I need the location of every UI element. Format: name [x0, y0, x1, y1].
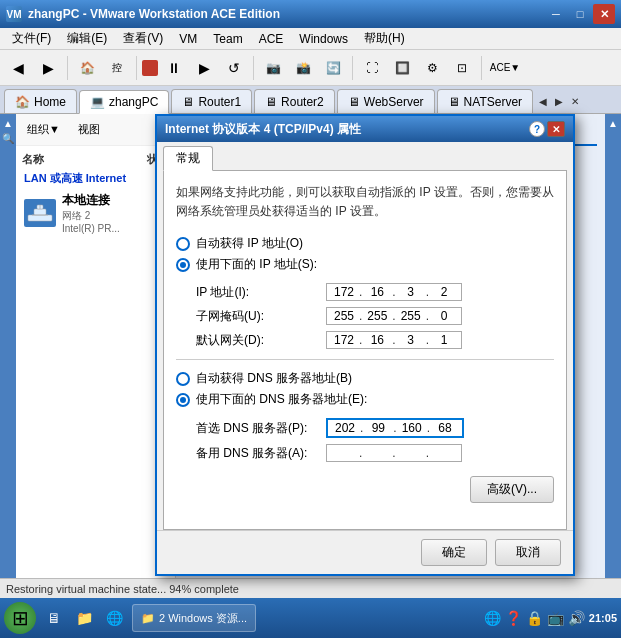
tab-scroll-left[interactable]: ◀: [535, 89, 551, 113]
menu-vm[interactable]: VM: [171, 30, 205, 48]
menu-view[interactable]: 查看(V): [115, 28, 171, 49]
tab-router1[interactable]: 🖥 Router1: [171, 89, 252, 113]
tray-icon-volume[interactable]: 🔊: [568, 610, 585, 626]
view-button[interactable]: 视图: [71, 118, 107, 141]
tab-webserver[interactable]: 🖥 WebServer: [337, 89, 435, 113]
tab-zhangpc[interactable]: 💻 zhangPC: [79, 90, 169, 114]
toolbar-btn-snapshot3[interactable]: 🔄: [319, 54, 347, 82]
tab-natserver[interactable]: 🖥 NATServer: [437, 89, 533, 113]
menu-windows[interactable]: Windows: [291, 30, 356, 48]
gateway-a[interactable]: [330, 333, 358, 347]
menu-team[interactable]: Team: [205, 30, 250, 48]
gateway-input[interactable]: . . .: [326, 331, 462, 349]
menu-edit[interactable]: 编辑(E): [59, 28, 115, 49]
ok-button[interactable]: 确定: [421, 539, 487, 566]
tray-icon-display[interactable]: 📺: [547, 610, 564, 626]
toolbar-btn-home[interactable]: 🏠: [73, 54, 101, 82]
subnet-a[interactable]: [330, 309, 358, 323]
tray-icon-security[interactable]: 🔒: [526, 610, 543, 626]
minimize-button[interactable]: ─: [545, 4, 567, 24]
ip-c[interactable]: [397, 285, 425, 299]
ip-d[interactable]: [430, 285, 458, 299]
dialog-help-button[interactable]: ?: [529, 121, 545, 137]
tab-home[interactable]: 🏠 Home: [4, 89, 77, 113]
cancel-button[interactable]: 取消: [495, 539, 561, 566]
auto-ip-radio[interactable]: [176, 237, 190, 251]
menu-ace[interactable]: ACE: [251, 30, 292, 48]
toolbar-btn-snapshot[interactable]: 📷: [259, 54, 287, 82]
right-arrow-up[interactable]: ▲: [608, 118, 618, 129]
tab-router2[interactable]: 🖥 Router2: [254, 89, 335, 113]
tab-home-label: Home: [34, 95, 66, 109]
subnet-input[interactable]: . . .: [326, 307, 462, 325]
alternate-dns-input[interactable]: . . .: [326, 444, 462, 462]
subnet-row: 子网掩码(U): . . .: [176, 307, 554, 325]
taskbar-item-explorer[interactable]: 📁 2 Windows 资源...: [132, 604, 256, 632]
maximize-button[interactable]: □: [569, 4, 591, 24]
toolbar-btn-7[interactable]: ⊡: [448, 54, 476, 82]
taskbar-icon-1[interactable]: 🖥: [40, 604, 68, 632]
taskbar-icon-3[interactable]: 🌐: [100, 604, 128, 632]
subnet-b[interactable]: [363, 309, 391, 323]
ip-address-input[interactable]: . . .: [326, 283, 462, 301]
toolbar-btn-1[interactable]: ◀: [4, 54, 32, 82]
manual-dns-radio[interactable]: [176, 393, 190, 407]
gateway-d[interactable]: [430, 333, 458, 347]
tab-webserver-label: WebServer: [364, 95, 424, 109]
gateway-c[interactable]: [397, 333, 425, 347]
toolbar-btn-snapshot2[interactable]: 📸: [289, 54, 317, 82]
menu-help[interactable]: 帮助(H): [356, 28, 413, 49]
dns1-b[interactable]: [364, 421, 392, 435]
network-item-local[interactable]: 本地连接 网络 2 Intel(R) PR...: [16, 188, 175, 238]
toolbar-btn-6[interactable]: ⚙: [418, 54, 446, 82]
manual-dns-label: 使用下面的 DNS 服务器地址(E):: [196, 391, 367, 408]
tab-general[interactable]: 常规: [163, 146, 213, 171]
toolbar-btn-ctrl[interactable]: 控: [103, 54, 131, 82]
toolbar-btn-2[interactable]: ▶: [34, 54, 62, 82]
start-button[interactable]: ⊞: [4, 602, 36, 634]
manual-ip-radio[interactable]: [176, 258, 190, 272]
subnet-d[interactable]: [430, 309, 458, 323]
gateway-b[interactable]: [363, 333, 391, 347]
organize-button[interactable]: 组织▼: [20, 118, 67, 141]
close-button[interactable]: ✕: [593, 4, 615, 24]
search-icon[interactable]: 🔍: [2, 133, 14, 144]
svg-rect-1: [34, 209, 46, 215]
dns1-a[interactable]: [331, 421, 359, 435]
toolbar-btn-play[interactable]: ▶: [190, 54, 218, 82]
dns2-a[interactable]: [330, 446, 358, 460]
toolbar-btn-ace[interactable]: ACE▼: [487, 54, 523, 82]
auto-ip-row: 自动获得 IP 地址(O): [176, 235, 554, 252]
dns2-c[interactable]: [397, 446, 425, 460]
dialog-close-button[interactable]: ✕: [547, 121, 565, 137]
toolbar-btn-reset[interactable]: ↺: [220, 54, 248, 82]
tray-icon-network[interactable]: 🌐: [484, 610, 501, 626]
ip-b[interactable]: [363, 285, 391, 299]
toolbar-separator-1: [67, 56, 68, 80]
advanced-button[interactable]: 高级(V)...: [470, 476, 554, 503]
sidebar-arrow-up[interactable]: ▲: [3, 118, 13, 129]
dns1-d[interactable]: [431, 421, 459, 435]
toolbar-btn-fullscreen[interactable]: ⛶: [358, 54, 386, 82]
tab-scroll-right[interactable]: ▶: [551, 89, 567, 113]
dns2-b[interactable]: [363, 446, 391, 460]
tab-home-icon: 🏠: [15, 95, 30, 109]
tab-close[interactable]: ✕: [567, 89, 583, 113]
dialog-description: 如果网络支持此功能，则可以获取自动指派的 IP 设置。否则，您需要从网络系统管理…: [176, 183, 554, 221]
tray-icon-help[interactable]: ❓: [505, 610, 522, 626]
dns2-d[interactable]: [430, 446, 458, 460]
clock: 21:05: [589, 612, 617, 624]
taskbar-icon-2[interactable]: 📁: [70, 604, 98, 632]
preferred-dns-input[interactable]: . . .: [326, 418, 464, 438]
toolbar-btn-pause[interactable]: ⏸: [160, 54, 188, 82]
auto-dns-radio[interactable]: [176, 372, 190, 386]
ip-a[interactable]: [330, 285, 358, 299]
subnet-c[interactable]: [397, 309, 425, 323]
manual-dns-row: 使用下面的 DNS 服务器地址(E):: [176, 391, 554, 408]
menu-file[interactable]: 文件(F): [4, 28, 59, 49]
toolbar-btn-5[interactable]: 🔲: [388, 54, 416, 82]
preferred-dns-label: 首选 DNS 服务器(P):: [196, 420, 326, 437]
view-label: 视图: [78, 122, 100, 137]
dns1-c[interactable]: [398, 421, 426, 435]
toolbar-btn-red[interactable]: [142, 60, 158, 76]
